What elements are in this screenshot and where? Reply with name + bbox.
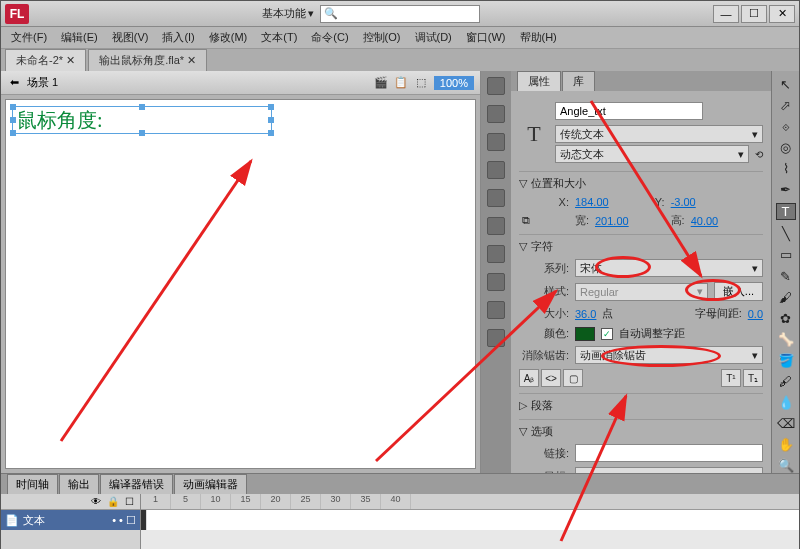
hand-tool-icon[interactable]: ✋ [776, 437, 796, 452]
zoom-tool-icon[interactable]: 🔍 [776, 458, 796, 473]
link-input[interactable] [575, 444, 763, 462]
menu-view[interactable]: 视图(V) [106, 28, 155, 47]
superscript-button[interactable]: T¹ [721, 369, 741, 387]
panel-icon-1[interactable] [487, 77, 505, 95]
eyedropper-tool-icon[interactable]: 💧 [776, 395, 796, 410]
font-style-dropdown[interactable]: Regular▾ [575, 283, 708, 301]
menu-debug[interactable]: 调试(D) [409, 28, 458, 47]
text-engine-dropdown[interactable]: 传统文本▾ [555, 125, 763, 143]
rect-tool-icon[interactable]: ▭ [776, 247, 796, 262]
embed-button[interactable]: 嵌入... [714, 282, 763, 301]
size-label: 大小: [519, 306, 569, 321]
deco-tool-icon[interactable]: ✿ [776, 311, 796, 326]
lock-aspect-icon[interactable]: ⧉ [519, 214, 533, 228]
bone-tool-icon[interactable]: 🦴 [776, 332, 796, 347]
panel-icon-8[interactable] [487, 273, 505, 291]
panel-icon-10[interactable] [487, 329, 505, 347]
layer-row[interactable]: 📄 文本• • ☐ [1, 510, 140, 530]
minimize-button[interactable]: — [713, 5, 739, 23]
section-position: ▽ 位置和大小 X: 184.00 Y: -3.00 ⧉ 宽: 201.00 高… [519, 171, 763, 228]
subselection-tool-icon[interactable]: ⬀ [776, 98, 796, 113]
section-paragraph-header[interactable]: ▷ 段落 [519, 398, 763, 413]
panel-icon-6[interactable] [487, 217, 505, 235]
antialias-dropdown[interactable]: 动画消除锯齿▾ [575, 346, 763, 364]
font-family-dropdown[interactable]: 宋体▾ [575, 259, 763, 277]
panel-icon-2[interactable] [487, 105, 505, 123]
text-tool-icon[interactable]: T [776, 203, 796, 220]
pen-tool-icon[interactable]: ✒ [776, 182, 796, 197]
menu-insert[interactable]: 插入(I) [156, 28, 200, 47]
lock-icon[interactable]: 🔒 [107, 496, 119, 507]
lasso-tool-icon[interactable]: ⌇ [776, 161, 796, 176]
menu-file[interactable]: 文件(F) [5, 28, 53, 47]
menu-edit[interactable]: 编辑(E) [55, 28, 104, 47]
y-value[interactable]: -3.00 [671, 196, 696, 208]
brush-tool-icon[interactable]: 🖌 [776, 290, 796, 305]
frames-pane[interactable]: 1510152025303540 [141, 494, 799, 549]
stage-canvas[interactable]: 鼠标角度: [5, 99, 476, 469]
h-label: 高: [635, 213, 685, 228]
pencil-tool-icon[interactable]: ✎ [776, 269, 796, 284]
autokern-checkbox[interactable]: ✓ [601, 328, 613, 340]
back-icon[interactable]: ⬅ [7, 76, 21, 90]
target-dropdown[interactable]: ▾ [575, 467, 763, 473]
panel-icon-4[interactable] [487, 161, 505, 179]
y-label: Y: [615, 196, 665, 208]
line-tool-icon[interactable]: ╲ [776, 226, 796, 241]
menu-text[interactable]: 文本(T) [255, 28, 303, 47]
scene-name[interactable]: 场景 1 [27, 75, 58, 90]
selection-tool-icon[interactable]: ↖ [776, 77, 796, 92]
section-options-header[interactable]: ▽ 选项 [519, 424, 763, 439]
titlebar: FL 基本功能 ▾ 🔍 — ☐ ✕ [1, 1, 799, 27]
selectable-button[interactable]: Aᵦ [519, 369, 539, 387]
instance-name-input[interactable] [555, 102, 703, 120]
panel-icon-7[interactable] [487, 245, 505, 263]
maximize-button[interactable]: ☐ [741, 5, 767, 23]
edit-scene-icon[interactable]: 🎬 [374, 76, 388, 90]
html-button[interactable]: <> [541, 369, 561, 387]
section-character-header[interactable]: ▽ 字符 [519, 239, 763, 254]
eraser-tool-icon[interactable]: ⌫ [776, 416, 796, 431]
tab-properties[interactable]: 属性 [517, 71, 561, 91]
tab-library[interactable]: 库 [562, 71, 595, 91]
color-swatch[interactable] [575, 327, 595, 341]
selected-textfield[interactable]: 鼠标角度: [12, 106, 272, 134]
outline-icon[interactable]: ☐ [125, 496, 134, 507]
bucket-tool-icon[interactable]: 🪣 [776, 353, 796, 368]
layers-pane: 👁🔒☐ 📄 文本• • ☐ [1, 494, 141, 549]
text-type-icon: T [519, 119, 549, 149]
border-button[interactable]: ▢ [563, 369, 583, 387]
size-value[interactable]: 36.0 [575, 308, 596, 320]
doc-tab-1[interactable]: 未命名-2* ✕ [5, 49, 86, 71]
menu-modify[interactable]: 修改(M) [203, 28, 254, 47]
zoom-input[interactable]: 100% [434, 76, 474, 90]
menu-control[interactable]: 控制(O) [357, 28, 407, 47]
tab-motion[interactable]: 动画编辑器 [174, 474, 247, 494]
tab-output[interactable]: 输出 [59, 474, 99, 494]
doc-tab-2[interactable]: 输出鼠标角度.fla* ✕ [88, 49, 207, 71]
kern-value[interactable]: 0.0 [748, 308, 763, 320]
h-value[interactable]: 40.00 [691, 215, 719, 227]
close-button[interactable]: ✕ [769, 5, 795, 23]
panel-icon-9[interactable] [487, 301, 505, 319]
zoom-fit-icon[interactable]: ⬚ [414, 76, 428, 90]
menu-commands[interactable]: 命令(C) [305, 28, 354, 47]
panel-icon-5[interactable] [487, 189, 505, 207]
ink-tool-icon[interactable]: 🖋 [776, 374, 796, 389]
w-value[interactable]: 201.00 [595, 215, 629, 227]
section-position-header[interactable]: ▽ 位置和大小 [519, 176, 763, 191]
tab-errors[interactable]: 编译器错误 [100, 474, 173, 494]
eye-icon[interactable]: 👁 [91, 496, 101, 507]
3d-tool-icon[interactable]: ◎ [776, 140, 796, 155]
panel-icon-3[interactable] [487, 133, 505, 151]
x-value[interactable]: 184.00 [575, 196, 609, 208]
menu-help[interactable]: 帮助(H) [514, 28, 563, 47]
workspace-dropdown[interactable]: 基本功能 ▾ [262, 6, 314, 21]
text-type-dropdown[interactable]: 动态文本▾ [555, 145, 749, 163]
edit-symbol-icon[interactable]: 📋 [394, 76, 408, 90]
subscript-button[interactable]: T₁ [743, 369, 763, 387]
menu-window[interactable]: 窗口(W) [460, 28, 512, 47]
transform-tool-icon[interactable]: ⟐ [776, 119, 796, 134]
search-input[interactable]: 🔍 [320, 5, 480, 23]
tab-timeline[interactable]: 时间轴 [7, 474, 58, 494]
